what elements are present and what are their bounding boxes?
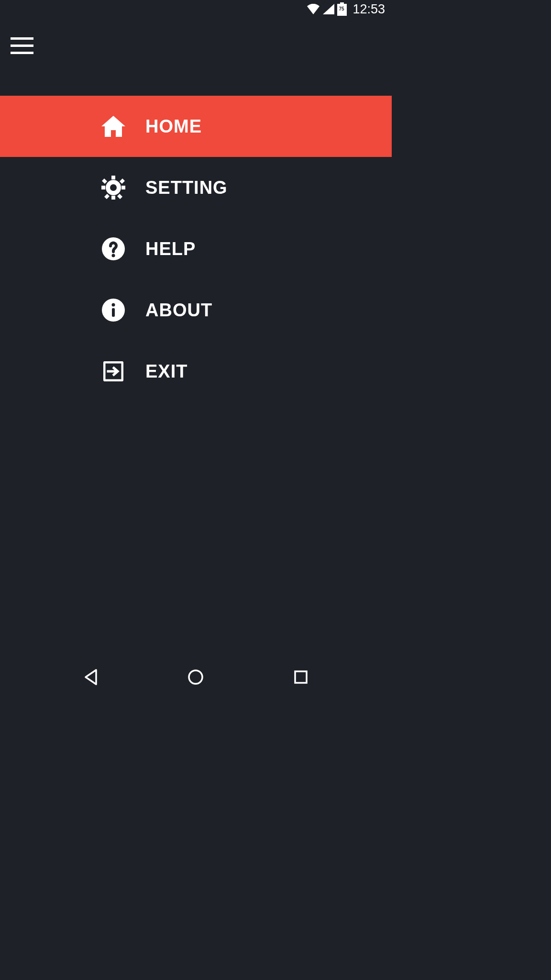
menu-item-help[interactable]: Help — [0, 218, 392, 279]
menu-label-home: Home — [145, 116, 202, 137]
navigation-menu: Home Setting Help About Exit — [0, 96, 392, 402]
nav-back-button[interactable] — [79, 666, 102, 689]
menu-toggle-button[interactable] — [11, 37, 33, 54]
exit-icon — [101, 359, 125, 383]
app-bar — [0, 18, 392, 96]
battery-percent: 75 — [339, 6, 344, 11]
circle-icon — [187, 669, 204, 685]
menu-label-exit: Exit — [145, 361, 187, 382]
home-icon — [101, 114, 125, 138]
menu-label-about: About — [145, 300, 212, 321]
hamburger-icon — [11, 37, 33, 40]
svg-point-3 — [112, 254, 115, 257]
gear-icon — [101, 176, 125, 200]
menu-label-setting: Setting — [145, 178, 228, 198]
status-time: 12:53 — [353, 2, 385, 17]
menu-item-setting[interactable]: Setting — [0, 157, 392, 218]
svg-point-5 — [112, 303, 115, 307]
back-icon — [83, 669, 99, 685]
help-icon — [101, 237, 125, 261]
menu-item-about[interactable]: About — [0, 279, 392, 341]
menu-item-home[interactable]: Home — [0, 96, 392, 157]
svg-rect-6 — [112, 308, 115, 317]
square-icon — [294, 670, 308, 684]
info-icon — [101, 298, 125, 322]
svg-rect-9 — [295, 671, 307, 683]
nav-home-button[interactable] — [184, 666, 207, 689]
wifi-icon — [307, 4, 320, 14]
status-bar: 75 12:53 — [0, 0, 392, 18]
menu-item-exit[interactable]: Exit — [0, 341, 392, 402]
nav-recent-button[interactable] — [289, 666, 312, 689]
menu-label-help: Help — [145, 239, 196, 259]
svg-point-8 — [189, 670, 202, 684]
svg-point-1 — [110, 184, 117, 191]
battery-icon: 75 — [337, 2, 347, 16]
android-nav-bar — [0, 657, 392, 697]
signal-icon — [323, 4, 334, 14]
